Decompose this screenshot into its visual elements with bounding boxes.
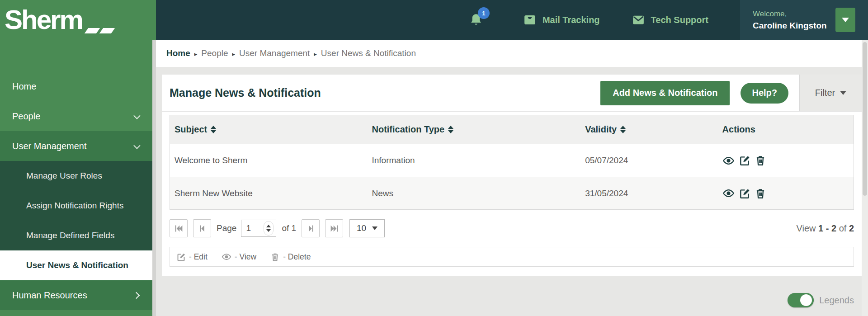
notifications-button[interactable]: 1	[469, 13, 483, 27]
column-header-validity[interactable]: Validity	[580, 124, 717, 135]
edit-icon[interactable]	[739, 155, 750, 166]
sidebar-item-label: User News & Notification	[26, 260, 128, 270]
first-page-icon	[174, 224, 184, 233]
column-label: Notification Type	[372, 124, 444, 135]
cell-actions	[717, 187, 854, 199]
edit-icon[interactable]	[739, 188, 750, 199]
user-menu-button[interactable]	[835, 8, 855, 32]
caret-down-icon	[842, 18, 849, 22]
sidebar-item-label: Manage Defined Fields	[26, 231, 114, 241]
logo-dash-icon	[85, 28, 100, 33]
delete-icon	[270, 252, 280, 262]
chevron-down-icon	[133, 112, 141, 119]
legend-edit-label: - Edit	[189, 252, 208, 262]
legends-toggle[interactable]	[788, 293, 814, 307]
view-icon[interactable]	[722, 155, 735, 167]
sidebar-item-human-resources[interactable]: Human Resources	[0, 280, 156, 310]
page-of-label: of 1	[282, 223, 296, 233]
sidebar-item-label: Human Resources	[12, 290, 87, 301]
sidebar-item-user-management[interactable]: User Management	[0, 131, 156, 161]
page-number-stepper[interactable]	[264, 221, 274, 236]
chevron-down-icon	[133, 142, 141, 149]
delete-icon[interactable]	[755, 188, 766, 199]
page-label: Page	[217, 223, 236, 233]
sidebar-item-manage-defined-fields[interactable]: Manage Defined Fields	[0, 221, 156, 250]
breadcrumb: Home ▸ People ▸ User Management ▸ User N…	[156, 40, 868, 67]
tech-support-label: Tech Support	[651, 15, 708, 25]
logo-dash-icon	[99, 28, 115, 33]
first-page-button[interactable]	[170, 219, 188, 237]
tech-support-link[interactable]: Tech Support	[632, 13, 708, 27]
view-icon[interactable]	[722, 187, 735, 199]
add-news-notification-button[interactable]: Add News & Notification	[600, 81, 730, 105]
user-welcome-panel: Welcome, Caroline Kingston	[740, 0, 868, 40]
scrollbar-thumb[interactable]	[863, 42, 867, 196]
mail-tracking-label: Mail Tracking	[542, 15, 600, 25]
cell-actions	[717, 155, 854, 167]
delete-icon[interactable]	[755, 155, 766, 166]
column-header-subject[interactable]: Subject	[170, 124, 368, 135]
page-number-input[interactable]	[246, 223, 259, 233]
sidebar-item-label: User Management	[12, 141, 87, 151]
actions-legend: - Edit - View - Delete	[170, 247, 854, 267]
page-number-field	[241, 220, 276, 237]
sidebar-item-people[interactable]: People	[0, 101, 156, 131]
column-label: Validity	[585, 124, 617, 135]
card-header: Manage News & Notification Add News & No…	[162, 75, 862, 112]
toggle-knob	[800, 294, 812, 306]
chevron-right-icon	[133, 292, 140, 299]
sidebar-item-label: People	[12, 111, 40, 122]
view-summary-prefix: View	[796, 223, 816, 233]
legends-toggle-label: Legends	[819, 295, 854, 306]
filter-dropdown[interactable]: Filter	[799, 75, 862, 111]
sidebar-item-label: Manage User Roles	[26, 171, 102, 181]
table-row: Sherm New Website News 31/05/2024	[170, 177, 854, 209]
page-title: Manage News & Notification	[170, 86, 321, 99]
view-summary: View 1 - 2 of 2	[796, 223, 854, 234]
column-header-notification-type[interactable]: Notification Type	[368, 124, 580, 135]
sidebar-scrollbar[interactable]	[152, 40, 156, 316]
last-page-button[interactable]	[325, 219, 343, 237]
table-header-row: Subject Notification Type Validity	[170, 115, 854, 144]
legend-view-label: - View	[235, 252, 256, 262]
column-header-actions: Actions	[717, 124, 854, 135]
page-scrollbar[interactable]	[862, 40, 868, 316]
cell-notification-type: Information	[368, 156, 580, 165]
mail-tray-icon	[523, 13, 537, 27]
sidebar-item-label: Home	[12, 81, 36, 92]
pagination-bar: Page of 1	[170, 219, 854, 237]
previous-page-button[interactable]	[193, 219, 211, 237]
page-size-select[interactable]: 10	[349, 219, 385, 237]
sort-icon[interactable]	[448, 126, 453, 133]
sort-icon[interactable]	[620, 126, 626, 133]
breadcrumb-separator-icon: ▸	[232, 50, 236, 57]
breadcrumb-user-news-notification[interactable]: User News & Notification	[321, 48, 416, 58]
sidebar-item-home[interactable]: Home	[0, 71, 156, 101]
mail-tracking-link[interactable]: Mail Tracking	[523, 13, 600, 27]
top-bar: 1 Mail Tracking Tech Support Welcome,	[156, 0, 868, 40]
breadcrumb-user-management[interactable]: User Management	[239, 48, 310, 58]
help-button[interactable]: Help?	[741, 83, 788, 104]
breadcrumb-home[interactable]: Home	[166, 48, 190, 58]
column-label: Actions	[722, 124, 755, 135]
app-logo[interactable]: Sherm	[0, 0, 156, 40]
sidebar-item-user-news-notification[interactable]: User News & Notification	[0, 250, 156, 280]
edit-icon	[176, 252, 186, 262]
legend-delete-label: - Delete	[283, 252, 311, 262]
caret-down-icon	[840, 91, 846, 95]
next-page-button[interactable]	[302, 219, 320, 237]
stepper-up-icon[interactable]	[266, 225, 271, 227]
cell-notification-type: News	[368, 189, 580, 198]
sidebar-item-assign-notification-rights[interactable]: Assign Notification Rights	[0, 191, 156, 221]
cell-validity: 31/05/2024	[580, 189, 717, 198]
page-body: Manage News & Notification Add News & No…	[156, 67, 868, 316]
sidebar-item-manage-user-roles[interactable]: Manage User Roles	[0, 161, 156, 191]
stepper-down-icon[interactable]	[266, 229, 271, 232]
sidebar-nav: Home People User Management Manage User …	[0, 71, 156, 310]
last-page-icon	[330, 224, 339, 233]
breadcrumb-people[interactable]: People	[201, 48, 228, 58]
logo-text: Sherm	[5, 6, 82, 33]
sort-icon[interactable]	[211, 126, 216, 133]
filter-label: Filter	[815, 88, 835, 98]
sidebar-item-label: Assign Notification Rights	[26, 201, 123, 211]
